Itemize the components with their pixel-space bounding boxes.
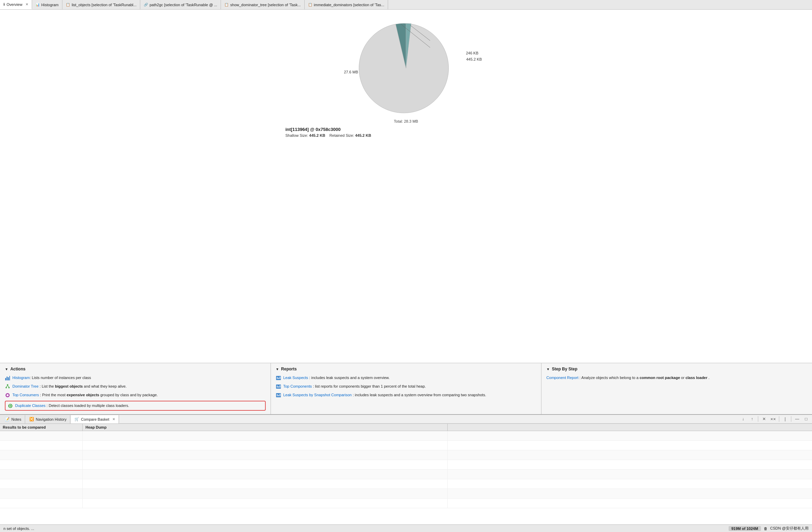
tab-compare-basket[interactable]: 🛒 Compare Basket ✕ [71, 415, 119, 423]
cell-6-2 [83, 479, 448, 489]
tab-show-dominator[interactable]: 📋 show_dominator_tree [selection of 'Tas… [221, 0, 304, 9]
retained-value: 445.2 KB [355, 133, 371, 137]
svg-rect-3 [7, 377, 8, 380]
action-histogram: Histogram: Lists number of instances per… [5, 375, 266, 381]
table-row [0, 499, 812, 508]
remove-all-button[interactable]: ✕✕ [769, 416, 777, 422]
leak-snapshot-icon [276, 392, 281, 398]
tab-path2gc-label: path2gc [selection of 'TaskRunable @ ... [150, 3, 217, 7]
nav-history-label: Navigation History [36, 417, 67, 421]
move-up-button[interactable]: ↑ [748, 416, 756, 422]
cell-3-2 [83, 450, 448, 460]
step-by-step-header[interactable]: ▼ Step By Step [546, 367, 807, 371]
tab-immediate-dom[interactable]: 📋 immediate_dominators [selection of 'Ta… [305, 0, 388, 9]
cell-2-1 [0, 441, 83, 450]
reports-panel: ▼ Reports Leak Suspects : includes leak … [271, 363, 542, 414]
svg-point-9 [6, 387, 7, 388]
svg-rect-4 [8, 377, 9, 380]
svg-rect-26 [280, 394, 281, 396]
leak-snapshot-desc: : includes leak suspects and a system ov… [353, 393, 486, 397]
col-header-3 [448, 424, 812, 431]
histogram-link[interactable]: Histogram [12, 376, 30, 380]
move-down-button[interactable]: ↓ [739, 416, 747, 422]
cell-8-1 [0, 499, 83, 508]
tab-show-dominator-label: show_dominator_tree [selection of 'Task.… [230, 3, 301, 7]
leak-snapshot-link[interactable]: Leak Suspects by Snapshot Comparison [283, 393, 352, 397]
remove-button[interactable]: ✕ [760, 416, 768, 422]
dominator-tree-link[interactable]: Dominator Tree [12, 384, 39, 388]
svg-point-12 [7, 394, 9, 396]
watermark-icon: 🗑 [764, 526, 768, 531]
tab-histogram[interactable]: 📊 Histogram [32, 0, 62, 9]
cell-8-3 [448, 499, 812, 508]
svg-rect-25 [278, 395, 279, 396]
chart-label-right1: 246 KB [466, 51, 478, 55]
cell-6-3 [448, 479, 812, 489]
toolbar-sep2 [779, 416, 779, 422]
tab-bar: ℹ Overview ✕ 📊 Histogram 📋 list_objects … [0, 0, 812, 10]
shallow-value: 445.2 KB [309, 133, 325, 137]
compare-basket-icon: 🛒 [74, 417, 79, 421]
compare-basket-close[interactable]: ✕ [112, 417, 115, 421]
tab-nav-history[interactable]: 🔀 Navigation History [26, 415, 70, 423]
svg-rect-5 [9, 376, 10, 380]
compare-table: Results to be compared Heap Dump [0, 424, 812, 524]
duplicate-classes-link[interactable]: Duplicate Classes [15, 403, 45, 408]
tab-immediate-dom-label: immediate_dominators [selection of 'Tas.… [314, 3, 384, 7]
cell-5-1 [0, 470, 83, 479]
svg-rect-24 [277, 394, 278, 396]
action-duplicate-classes: D Duplicate Classes : Detect classes loa… [8, 403, 263, 409]
maximize-button[interactable]: □ [802, 416, 810, 422]
overview-panel: 27.6 MB 246 KB 445.2 KB Total: 28.3 MB i… [0, 10, 812, 363]
object-title: int[113964] @ 0x758c3000 [285, 127, 527, 132]
svg-rect-18 [280, 377, 281, 379]
tab-overview[interactable]: ℹ Overview ✕ [0, 0, 32, 9]
table-row [0, 479, 812, 489]
cell-7-2 [83, 489, 448, 498]
tab-overview-close[interactable]: ✕ [26, 2, 28, 6]
tab-notes[interactable]: 📝 Notes [1, 415, 25, 423]
action-top-consumers: Top Consumers : Print the most expensive… [5, 392, 266, 398]
action-duplicate-classes-container: D Duplicate Classes : Detect classes loa… [5, 401, 266, 411]
nav-history-icon: 🔀 [29, 417, 34, 421]
action-dominator-tree: Dominator Tree : List the biggest object… [5, 383, 266, 389]
cell-7-3 [448, 489, 812, 498]
table-row [0, 489, 812, 499]
notes-label: Notes [11, 417, 21, 421]
object-meta: Shallow Size: 445.2 KB Retained Size: 44… [285, 133, 527, 137]
pipe-button[interactable]: | [781, 416, 789, 422]
list-objects-icon: 📋 [66, 3, 70, 7]
top-consumers-link[interactable]: Top Consumers [12, 393, 39, 397]
status-bar: n set of objects. ... 919M of 1024M 🗑 CS… [0, 524, 812, 532]
bottom-panel: 📝 Notes 🔀 Navigation History 🛒 Compare B… [0, 414, 812, 524]
table-row [0, 441, 812, 450]
leak-suspects-desc: : includes leak suspects and a system ov… [309, 376, 390, 380]
histogram-icon [5, 375, 10, 381]
tab-list-objects-label: list_objects [selection of 'TaskRunabl..… [72, 3, 136, 7]
chart-label-left: 27.6 MB [344, 70, 358, 74]
component-report-link[interactable]: Component Report [546, 376, 578, 380]
duplicate-classes-icon: D [8, 403, 13, 409]
svg-rect-21 [278, 386, 279, 388]
cell-7-1 [0, 489, 83, 498]
minimize-button[interactable]: — [793, 416, 801, 422]
svg-point-6 [7, 384, 8, 386]
compare-basket-label: Compare Basket [81, 417, 109, 421]
actions-header[interactable]: ▼ Actions [5, 367, 266, 371]
step-component-report: Component Report : Analyze objects which… [546, 375, 807, 381]
reports-arrow: ▼ [276, 367, 279, 371]
leak-suspects-link[interactable]: Leak Suspects [283, 376, 308, 380]
immediate-dom-icon: 📋 [308, 3, 312, 7]
cell-1-1 [0, 431, 83, 440]
cell-2-2 [83, 441, 448, 450]
top-consumers-icon [5, 392, 10, 398]
top-components-desc: : list reports for components bigger tha… [313, 384, 426, 388]
status-left: n set of objects. ... [3, 526, 34, 531]
cell-4-3 [448, 460, 812, 469]
top-components-link[interactable]: Top Components [283, 384, 312, 388]
tab-list-objects[interactable]: 📋 list_objects [selection of 'TaskRunabl… [62, 0, 140, 9]
reports-header[interactable]: ▼ Reports [276, 367, 537, 371]
col-header-2: Heap Dump [83, 424, 448, 431]
report-top-components: Top Components : list reports for compon… [276, 383, 537, 389]
tab-path2gc[interactable]: 🔗 path2gc [selection of 'TaskRunable @ .… [140, 0, 221, 9]
